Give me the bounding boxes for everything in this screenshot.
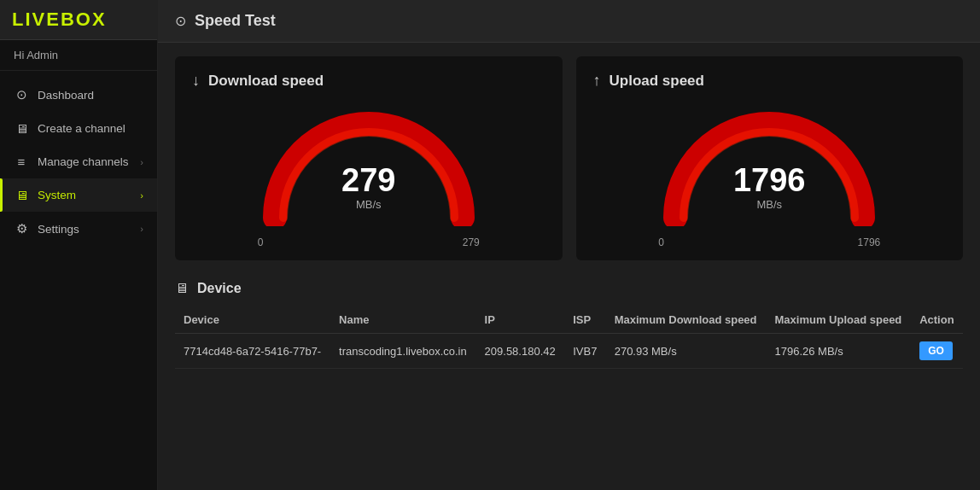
download-title: Download speed [208,73,324,90]
download-value: 279 [341,164,395,196]
table-header-row: Device Name IP ISP Maximum Download spee… [175,306,963,334]
page-title: Speed Test [195,12,276,30]
download-gauge-center: 279 MB/s [341,164,395,211]
sidebar-item-label: Create a channel [38,122,125,135]
upload-value: 1796 [733,164,806,196]
upload-title: Upload speed [610,73,704,90]
settings-icon: ⚙ [14,221,29,236]
download-max-label: 279 [463,236,480,248]
upload-gauge-labels: 0 1796 [658,236,880,248]
sidebar-logo: LIVEBOX [0,0,157,40]
chevron-right-icon: › [140,157,143,167]
sidebar-item-dashboard[interactable]: ⊙ Dashboard [0,78,157,112]
sidebar-item-label: Settings [38,223,79,236]
cell-max-download: 270.93 MB/s [606,334,767,369]
device-table: Device Name IP ISP Maximum Download spee… [175,306,963,369]
col-max-upload: Maximum Upload speed [767,306,912,334]
col-ip: IP [476,306,565,334]
sidebar-item-label: Dashboard [38,89,94,102]
sidebar-greeting: Hi Admin [0,40,157,71]
upload-speed-card: ↑ Upload speed 1796 MB/s 0 1796 [576,56,964,260]
download-card-header: ↓ Download speed [192,72,545,90]
col-name: Name [330,306,475,334]
upload-unit: MB/s [756,198,782,211]
col-isp: ISP [564,306,605,334]
device-section: 🖥 Device Device Name IP ISP Maximum Down… [158,274,980,382]
download-speed-card: ↓ Download speed 279 MB/s 0 [175,56,563,260]
chevron-right-icon: › [140,224,143,234]
cell-max-upload: 1796.26 MB/s [767,334,912,369]
download-min-label: 0 [258,236,264,248]
download-gauge: 279 MB/s [258,98,480,235]
device-title: Device [197,281,242,296]
dashboard-icon: ⊙ [14,87,29,102]
sidebar-item-settings[interactable]: ⚙ Settings › [0,212,157,246]
upload-max-label: 1796 [858,236,881,248]
speed-test-icon: ⊙ [175,13,186,29]
upload-card-header: ↑ Upload speed [593,72,947,90]
manage-channels-icon: ≡ [14,155,29,169]
sidebar-item-system[interactable]: 🖥 System › [0,178,157,212]
sidebar-item-manage-channels[interactable]: ≡ Manage channels › [0,145,157,178]
table-row: 7714cd48-6a72-5416-77b7- transcoding1.li… [175,334,963,369]
go-button[interactable]: GO [919,341,953,360]
create-channel-icon: 🖥 [14,121,29,136]
device-header: 🖥 Device [175,277,963,296]
sidebar-nav: ⊙ Dashboard 🖥 Create a channel ≡ Manage … [0,71,157,490]
download-unit: MB/s [356,198,382,211]
cell-ip: 209.58.180.42 [476,334,565,369]
col-device: Device [175,306,330,334]
cell-device: 7714cd48-6a72-5416-77b7- [175,334,330,369]
chevron-right-icon: › [140,190,143,201]
sidebar: LIVEBOX Hi Admin ⊙ Dashboard 🖥 Create a … [0,0,158,490]
upload-min-label: 0 [658,236,664,248]
cell-isp: IVB7 [564,334,605,369]
logo-text: LIVEBOX [12,9,107,30]
speed-cards: ↓ Download speed 279 MB/s 0 [158,43,980,274]
cell-name: transcoding1.livebox.co.in [330,334,475,369]
col-max-download: Maximum Download speed [606,306,767,334]
device-icon: 🖥 [175,281,189,296]
download-icon: ↓ [192,72,200,90]
cell-action[interactable]: GO [911,334,963,369]
system-icon: 🖥 [14,188,29,202]
upload-gauge: 1796 MB/s [658,98,880,235]
col-action: Action [911,306,963,334]
sidebar-item-label: System [38,189,76,201]
download-gauge-labels: 0 279 [258,236,480,248]
sidebar-item-label: Manage channels [38,155,129,168]
main-content: ⊙ Speed Test ↓ Download speed 279 [158,0,980,490]
active-indicator [0,178,3,212]
upload-gauge-center: 1796 MB/s [733,164,806,211]
sidebar-item-create-channel[interactable]: 🖥 Create a channel [0,112,157,145]
page-header: ⊙ Speed Test [158,0,980,43]
upload-icon: ↑ [593,72,601,90]
